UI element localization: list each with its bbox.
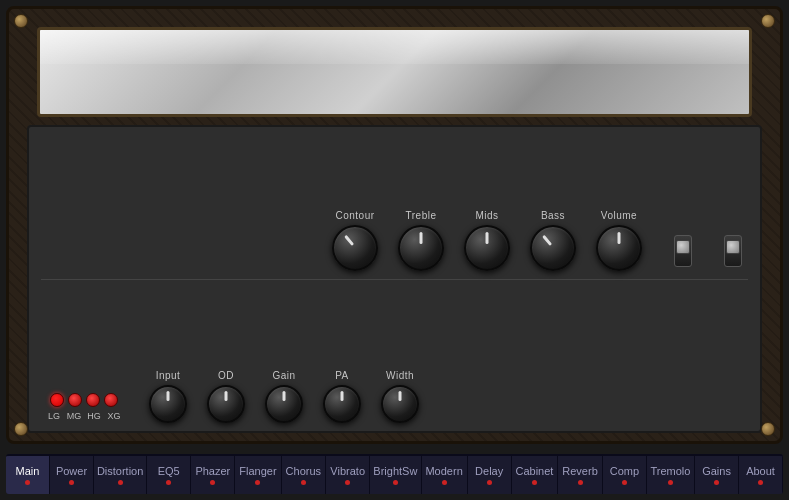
tab-label-phazer: Phazer	[195, 465, 230, 477]
knob-mids[interactable]	[464, 225, 510, 271]
tab-flanger[interactable]: Flanger	[235, 456, 281, 494]
tab-power[interactable]: Power	[50, 456, 94, 494]
tab-dot-brightsw	[393, 480, 398, 485]
knob-group-mids: Mids	[464, 210, 510, 271]
amp-body: ContourTrebleMidsBassVolume	[6, 6, 783, 444]
tab-main[interactable]: Main	[6, 456, 50, 494]
knob-bass[interactable]	[530, 225, 576, 271]
row-separator	[41, 279, 748, 280]
tab-label-gains: Gains	[702, 465, 731, 477]
tab-bar: MainPowerDistortionEQ5PhazerFlangerChoru…	[6, 454, 783, 494]
knob-gain[interactable]	[265, 385, 303, 423]
knob-label-contour: Contour	[335, 210, 374, 221]
knob-group-pa: PA	[323, 370, 361, 423]
tab-about[interactable]: About	[739, 456, 783, 494]
channel-labels: LGMGHGXG	[45, 411, 123, 421]
tab-label-power: Power	[56, 465, 87, 477]
knob-row-1: ContourTrebleMidsBassVolume	[41, 135, 748, 275]
knob-label-pa: PA	[335, 370, 349, 381]
bolt-top-right	[761, 14, 775, 28]
knob-contour[interactable]	[332, 225, 378, 271]
knob-od[interactable]	[207, 385, 245, 423]
channel-lbl-hg: HG	[85, 411, 103, 421]
tab-dot-phazer	[210, 480, 215, 485]
knob-group-volume: Volume	[596, 210, 642, 271]
tab-label-eq5: EQ5	[158, 465, 180, 477]
tab-dot-power	[69, 480, 74, 485]
tab-dot-delay	[487, 480, 492, 485]
full-eco-toggle[interactable]	[724, 235, 742, 267]
tab-dot-tremolo	[668, 480, 673, 485]
tab-dot-main	[25, 480, 30, 485]
tab-dot-flanger	[255, 480, 260, 485]
tab-gains[interactable]: Gains	[695, 456, 739, 494]
tab-dot-vibrato	[345, 480, 350, 485]
tab-vibrato[interactable]: Vibrato	[326, 456, 370, 494]
channel-lbl-mg: MG	[65, 411, 83, 421]
channel-btn-mg[interactable]	[68, 393, 82, 407]
knob-group-width: Width	[381, 370, 419, 423]
knob-group-treble: Treble	[398, 210, 444, 271]
tab-label-vibrato: Vibrato	[330, 465, 365, 477]
tab-chorus[interactable]: Chorus	[282, 456, 327, 494]
tab-dot-gains	[714, 480, 719, 485]
knob-label-mids: Mids	[475, 210, 498, 221]
knob-label-gain: Gain	[272, 370, 295, 381]
bolt-bottom-left	[14, 422, 28, 436]
tab-dot-reverb	[578, 480, 583, 485]
tab-label-brightsw: BrightSw	[373, 465, 417, 477]
controls-area: ContourTrebleMidsBassVolume	[27, 125, 762, 433]
tab-brightsw[interactable]: BrightSw	[370, 456, 421, 494]
toggle-knob-full	[726, 240, 740, 254]
tab-eq5[interactable]: EQ5	[147, 456, 191, 494]
channel-btn-lg[interactable]	[50, 393, 64, 407]
knob-width[interactable]	[381, 385, 419, 423]
knob-label-width: Width	[386, 370, 414, 381]
knob-row-2: LGMGHGXG InputODGainPAWidth	[41, 284, 748, 424]
stereo-mono-toggle[interactable]	[674, 235, 692, 267]
knob-input[interactable]	[149, 385, 187, 423]
logo-panel	[37, 27, 752, 117]
toggle-knob-stereo	[676, 240, 690, 254]
knob-volume[interactable]	[596, 225, 642, 271]
tab-tremolo[interactable]: Tremolo	[647, 456, 695, 494]
tab-label-tremolo: Tremolo	[650, 465, 690, 477]
bolt-top-left	[14, 14, 28, 28]
channel-btn-xg[interactable]	[104, 393, 118, 407]
channel-section: LGMGHGXG	[45, 393, 123, 423]
tab-dot-modern	[442, 480, 447, 485]
tab-dot-distortion	[118, 480, 123, 485]
tab-modern[interactable]: Modern	[422, 456, 468, 494]
tab-label-about: About	[746, 465, 775, 477]
stereo-mono-toggle-group	[674, 233, 692, 271]
tab-label-flanger: Flanger	[239, 465, 276, 477]
tab-label-modern: Modern	[425, 465, 462, 477]
knob-treble[interactable]	[398, 225, 444, 271]
channel-btn-hg[interactable]	[86, 393, 100, 407]
tab-phazer[interactable]: Phazer	[191, 456, 235, 494]
knob-pa[interactable]	[323, 385, 361, 423]
tab-comp[interactable]: Comp	[603, 456, 647, 494]
tab-label-delay: Delay	[475, 465, 503, 477]
knob-group-contour: Contour	[332, 210, 378, 271]
tab-reverb[interactable]: Reverb	[558, 456, 603, 494]
tab-delay[interactable]: Delay	[468, 456, 512, 494]
tab-label-cabinet: Cabinet	[515, 465, 553, 477]
tab-label-comp: Comp	[610, 465, 639, 477]
tab-dot-chorus	[301, 480, 306, 485]
knob-group-od: OD	[207, 370, 245, 423]
tab-label-reverb: Reverb	[562, 465, 597, 477]
channel-buttons	[50, 393, 118, 407]
tab-dot-about	[758, 480, 763, 485]
knob-label-od: OD	[218, 370, 234, 381]
tab-dot-cabinet	[532, 480, 537, 485]
tab-label-distortion: Distortion	[97, 465, 143, 477]
knob-label-volume: Volume	[601, 210, 637, 221]
bolt-bottom-right	[761, 422, 775, 436]
tab-label-main: Main	[16, 465, 40, 477]
tab-dot-comp	[622, 480, 627, 485]
tab-dot-eq5	[166, 480, 171, 485]
tab-cabinet[interactable]: Cabinet	[512, 456, 559, 494]
tab-distortion[interactable]: Distortion	[94, 456, 147, 494]
tab-label-chorus: Chorus	[286, 465, 321, 477]
